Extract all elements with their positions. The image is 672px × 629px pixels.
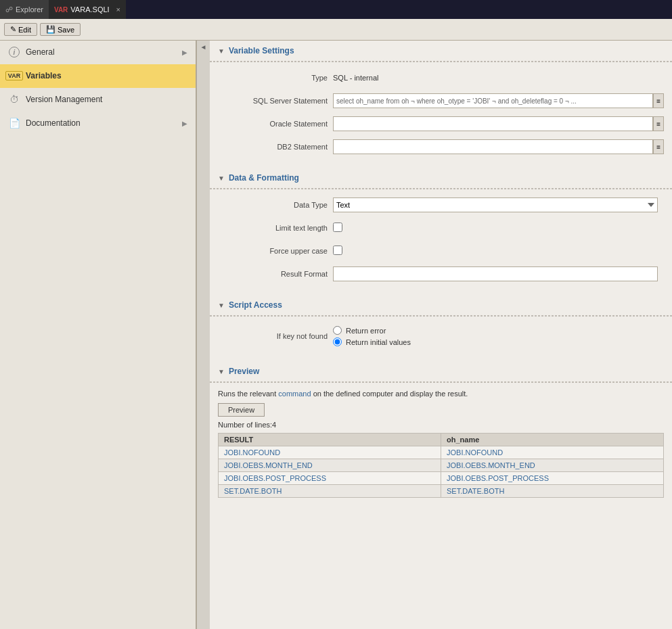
table-row: SET.DATE.BOTHSET.DATE.BOTH [219,485,664,498]
title-bar: ☍ Explorer VAR VARA.SQLI × [0,0,672,19]
force-upper-checkbox[interactable] [333,246,342,255]
sql-server-input[interactable] [333,93,653,108]
close-icon[interactable]: × [116,5,120,14]
preview-header: ▼ Preview [210,361,672,382]
script-access-toggle[interactable]: ▼ [218,302,225,309]
data-formatting-title: Data & Formatting [229,173,299,183]
script-access-section: ▼ Script Access If key not found Return … [210,295,672,361]
oracle-label: Oracle Statement [218,120,333,128]
info-icon: i [8,46,20,58]
if-key-options: Return error Return initial values [333,326,664,346]
limit-text-checkbox[interactable] [333,223,342,232]
explorer-tab[interactable]: ☍ Explorer [0,0,49,19]
variable-settings-section: ▼ Variable Settings Type SQL - internal … [210,41,672,168]
file-tab[interactable]: VAR VARA.SQLI × [49,0,126,19]
main-layout: i General ▶ VAR Variables ⏱ Version Mana… [0,41,672,629]
db2-label: DB2 Statement [218,143,333,151]
table-row: JOBI.OEBS.POST_PROCESSJOBI.OEBS.POST_PRO… [219,472,664,485]
preview-toggle[interactable]: ▼ [218,368,225,375]
force-upper-label: Force upper case [218,247,333,255]
save-button[interactable]: 💾 Save [40,23,81,36]
result-table-header-row: RESULT oh_name [219,434,664,446]
sidebar-item-version-label: Version Management [26,95,102,104]
file-tab-label: VARA.SQLI [70,5,109,14]
table-cell: SET.DATE.BOTH [441,485,664,498]
sidebar-item-variables[interactable]: VAR Variables [0,64,196,88]
preview-description: Runs the relevant command on the defined… [218,390,664,398]
result-format-input[interactable] [333,266,658,281]
variable-settings-toggle[interactable]: ▼ [218,47,225,55]
sidebar: i General ▶ VAR Variables ⏱ Version Mana… [0,41,196,629]
if-key-label: If key not found [218,332,333,340]
sidebar-item-documentation[interactable]: 📄 Documentation ▶ [0,112,196,135]
table-cell: SET.DATE.BOTH [219,485,441,498]
preview-lines-count: Number of lines:4 [218,421,664,429]
sidebar-item-general[interactable]: i General ▶ [0,41,196,64]
limit-text-wrapper [333,223,664,234]
preview-button[interactable]: Preview [218,403,265,417]
explorer-tab-label: Explorer [16,5,43,14]
type-label: Type [218,74,333,82]
oracle-row: Oracle Statement ≡ [218,115,664,133]
variable-settings-title: Variable Settings [229,46,294,55]
result-format-wrapper [333,266,664,281]
save-label: Save [58,26,74,34]
sidebar-collapse-button[interactable]: ◄ [196,41,210,629]
ohname-col-header: oh_name [441,434,664,446]
chevron-right-icon-doc: ▶ [182,120,187,127]
edit-label: Edit [18,26,31,34]
return-error-row: Return error [333,326,664,335]
preview-content: Runs the relevant command on the defined… [210,383,672,505]
data-formatting-section: ▼ Data & Formatting Data Type Text Numbe… [210,168,672,295]
table-cell: JOBI.NOFOUND [441,446,664,459]
document-icon: 📄 [8,117,20,129]
data-formatting-content: Data Type Text Number Date Boolean Limit… [210,189,672,295]
db2-expand-button[interactable]: ≡ [653,139,664,154]
oracle-expand-button[interactable]: ≡ [653,116,664,131]
sidebar-item-documentation-label: Documentation [26,118,81,128]
collapse-icon: ◄ [200,43,207,51]
content-area: ▼ Variable Settings Type SQL - internal … [210,41,672,629]
db2-row: DB2 Statement ≡ [218,138,664,156]
oracle-input[interactable] [333,116,653,131]
sidebar-item-version[interactable]: ⏱ Version Management [0,88,196,112]
db2-field-wrapper: ≡ [333,139,664,154]
edit-icon: ✎ [10,25,16,34]
sql-server-expand-button[interactable]: ≡ [653,93,664,108]
variable-settings-content: Type SQL - internal SQL Server Statement… [210,62,672,168]
result-format-label: Result Format [218,270,333,278]
limit-text-label: Limit text length [218,224,333,232]
db2-input[interactable] [333,139,653,154]
force-upper-wrapper [333,246,664,257]
sql-server-label: SQL Server Statement [218,97,333,105]
result-table: RESULT oh_name JOBI.NOFOUNDJOBI.NOFOUNDJ… [218,433,664,498]
var-badge-icon: VAR [8,70,20,82]
table-cell: JOBI.OEBS.POST_PROCESS [441,472,664,485]
clock-icon: ⏱ [8,93,20,106]
script-access-title: Script Access [229,300,282,310]
return-initial-row: Return initial values [333,337,664,346]
data-type-label: Data Type [218,201,333,209]
return-error-label: Return error [346,327,386,335]
table-cell: JOBI.OEBS.POST_PROCESS [219,472,441,485]
type-row: Type SQL - internal [218,69,664,87]
script-access-content: If key not found Return error Return ini… [210,317,672,361]
sql-server-field-wrapper: ≡ [333,93,664,108]
sql-server-row: SQL Server Statement ≡ [218,92,664,110]
data-formatting-toggle[interactable]: ▼ [218,174,225,182]
return-initial-label: Return initial values [346,338,411,346]
save-icon: 💾 [46,25,55,34]
sidebar-item-variables-label: Variables [26,71,62,80]
return-error-radio[interactable] [333,326,342,335]
preview-section: ▼ Preview Runs the relevant command on t… [210,361,672,505]
preview-title: Preview [229,367,259,376]
edit-button[interactable]: ✎ Edit [4,23,37,36]
table-cell: JOBI.OEBS.MONTH_END [219,459,441,472]
data-type-select[interactable]: Text Number Date Boolean [333,197,658,212]
variable-settings-header: ▼ Variable Settings [210,41,672,62]
limit-text-row: Limit text length [218,219,664,237]
chevron-right-icon: ▶ [182,49,187,56]
toolbar: ✎ Edit 💾 Save [0,19,672,41]
table-cell: JOBI.OEBS.MONTH_END [441,459,664,472]
return-initial-radio[interactable] [333,337,342,346]
